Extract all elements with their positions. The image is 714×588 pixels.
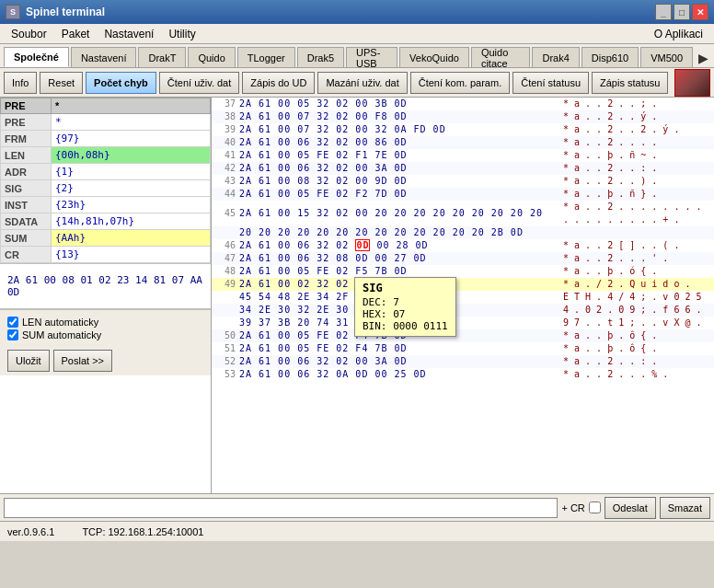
btn-reset[interactable]: Reset — [40, 72, 83, 94]
tab-drak5[interactable]: Drak5 — [297, 47, 344, 67]
tab-nav-right[interactable]: ▶ — [697, 49, 710, 67]
field-label-1: FRM — [1, 131, 52, 147]
hex-row: 502A 61 00 05 FE 02 F4 7B 0D* a . . þ . … — [212, 329, 714, 342]
hex-bytes: 2A 61 00 08 32 02 00 9D 0D — [239, 175, 563, 188]
row-number: 46 — [215, 239, 236, 252]
field-label-2: LEN — [1, 147, 52, 164]
btn-zapis-statusu[interactable]: Zápis statusu — [592, 72, 668, 94]
field-value-7[interactable]: {AAh} — [52, 230, 211, 247]
menu-o-aplikaci[interactable]: O Aplikaci — [647, 26, 710, 42]
ascii-col: * a . . 2 [ ] . . ( . — [563, 239, 710, 252]
hex-bytes: 2A 61 00 06 32 0A 0D 00 25 0D — [239, 368, 563, 381]
tab-drak4[interactable]: Drak4 — [532, 47, 579, 67]
btn-poslat[interactable]: Poslat >> — [53, 350, 112, 372]
tab-vm500[interactable]: VM500 — [640, 47, 693, 67]
tooltip-hex-label: HEX: — [363, 308, 387, 320]
row-number: 39 — [215, 123, 236, 136]
btn-cteni-uziv-dat[interactable]: Čtení uživ. dat — [159, 72, 240, 94]
close-btn[interactable]: ✕ — [692, 4, 708, 20]
tooltip-dec-label: DEC: — [363, 296, 387, 308]
tab-disp610[interactable]: Disp610 — [582, 47, 639, 67]
ascii-col: * a . / 2 . Q u i d o . — [563, 278, 710, 291]
row-number: 40 — [215, 136, 236, 149]
btn-zapis-ud[interactable]: Zápis do UD — [242, 72, 315, 94]
tab-quido-citace[interactable]: Quido citace — [471, 47, 531, 67]
btn-odeslat[interactable]: Odeslat — [605, 497, 656, 519]
row-number: 47 — [215, 252, 236, 265]
maximize-btn[interactable]: □ — [674, 4, 690, 20]
btn-cteni-kom-param[interactable]: Čtení kom. param. — [410, 72, 510, 94]
menu-soubor[interactable]: Soubor — [4, 26, 54, 42]
hex-row: 482A 61 00 05 FE 02 F5 7B 0D* a . . þ . … — [212, 265, 714, 278]
ascii-col: * a . . 2 . . : . — [563, 162, 710, 175]
menu-nastaveni[interactable]: Nastavení — [97, 26, 161, 42]
connection-label: TCP: 192.168.1.254:10001 — [82, 526, 203, 537]
ascii-col: * a . . þ . ñ } . — [563, 188, 710, 201]
btn-cteni-statusu[interactable]: Čtení statusu — [512, 72, 589, 94]
checkbox-len[interactable] — [7, 317, 18, 328]
field-value-0[interactable]: * — [52, 114, 211, 131]
btn-info[interactable]: Info — [4, 72, 37, 94]
checkbox-sum[interactable] — [7, 329, 18, 340]
field-label-5: INST — [1, 197, 52, 213]
app-icon: S — [6, 5, 20, 19]
btn-pocet-chyb[interactable]: Počet chyb — [86, 72, 156, 94]
row-number: 52 — [215, 355, 236, 368]
tab-drakt[interactable]: DrakT — [138, 47, 186, 67]
row-number: 38 — [215, 110, 236, 123]
cr-checkbox[interactable] — [589, 502, 601, 513]
btn-mazani-uziv-dat[interactable]: Mazání uživ. dat — [317, 72, 407, 94]
tab-ups-usb[interactable]: UPS-USB — [346, 47, 397, 67]
field-value-6[interactable]: {14h,81h,07h} — [52, 213, 211, 230]
hex-row: 412A 61 00 05 FE 02 F1 7E 0D* a . . þ . … — [212, 149, 714, 162]
field-value-2[interactable]: {00h,08h} — [52, 147, 211, 164]
field-value-8[interactable]: {13} — [52, 247, 211, 263]
menu-utility[interactable]: Utility — [161, 26, 202, 42]
hex-bytes: 2A 61 00 06 32 02 0D 00 28 0D — [239, 239, 563, 252]
input-bar: + CR Odeslat Smazat — [0, 493, 714, 521]
minimize-btn[interactable]: _ — [655, 4, 672, 20]
tab-tlogger[interactable]: TLogger — [237, 47, 295, 67]
tab-quido[interactable]: Quido — [188, 47, 235, 67]
hex-row: 34 2E 30 32 2E 30 39 3B4 . 0 2 . 0 9 ; .… — [212, 304, 714, 317]
ascii-col: 9 7 . . t 1 ; . . v X @ . — [563, 317, 710, 329]
hex-row: 402A 61 00 06 32 02 00 86 0D* a . . 2 . … — [212, 136, 714, 149]
hex-bytes: 2A 61 00 05 FE 02 F1 7E 0D — [239, 149, 563, 162]
tab-nastaveni[interactable]: Nastavení — [71, 47, 137, 67]
row-number: 53 — [215, 368, 236, 381]
hex-bytes: 2A 61 00 06 32 02 00 3A 0D — [239, 355, 563, 368]
bottom-hex-display: 2A 61 00 08 01 02 23 14 81 07 AA 0D — [0, 263, 211, 309]
hex-row: 512A 61 00 05 FE 02 F4 7B 0D* a . . þ . … — [212, 342, 714, 355]
tab-vekoquido[interactable]: VekoQuido — [399, 47, 469, 67]
version-label: ver.0.9.6.1 — [7, 526, 54, 537]
ascii-col: * a . . 2 . . : . — [563, 355, 710, 368]
hex-row: 522A 61 00 06 32 02 00 3A 0D* a . . 2 . … — [212, 355, 714, 368]
field-value-4[interactable]: {2} — [52, 180, 211, 197]
hex-bytes: 2A 61 00 07 32 02 00 F8 0D — [239, 110, 563, 123]
hex-bytes: 2A 61 00 05 32 02 00 3B 0D — [239, 98, 563, 110]
field-value-5[interactable]: {23h} — [52, 197, 211, 213]
menu-paket[interactable]: Paket — [54, 26, 98, 42]
field-value-3[interactable]: {1} — [52, 164, 211, 180]
hex-row: 392A 61 00 07 32 02 00 32 0A FD 0D* a . … — [212, 123, 714, 136]
left-panel: PRE * PRE*FRM{97}LEN{00h,08h}ADR{1}SIG{2… — [0, 98, 212, 493]
title-bar: S Spinel terminal _ □ ✕ — [0, 0, 714, 24]
checkbox-len-row: LEN automaticky — [7, 317, 203, 328]
ascii-col: * a . . 2 . . 2 . ý . — [563, 123, 710, 136]
field-value-1[interactable]: {97} — [52, 131, 211, 147]
send-input[interactable] — [4, 498, 558, 518]
hex-row: 20 20 20 20 20 20 20 20 20 20 20 20 20 2… — [212, 226, 714, 239]
menu-bar: Soubor Paket Nastavení Utility O Aplikac… — [0, 24, 714, 44]
checkbox-sum-label: SUM automaticky — [22, 329, 101, 340]
btn-smazat[interactable]: Smazat — [660, 497, 710, 519]
hex-row: 462A 61 00 06 32 02 0D 00 28 0D* a . . 2… — [212, 239, 714, 252]
hex-view-panel[interactable]: 372A 61 00 05 32 02 00 3B 0D* a . . 2 . … — [212, 98, 714, 493]
btn-ulozit[interactable]: Uložit — [7, 350, 50, 372]
col-header-value: * — [52, 98, 211, 114]
plus-cr-label: + CR — [561, 502, 584, 513]
tab-spolecne[interactable]: Společné — [4, 47, 69, 67]
ascii-col: * a . . 2 . . ) . — [563, 175, 710, 188]
field-label-7: SUM — [1, 230, 52, 247]
hex-row: 422A 61 00 06 32 02 00 3A 0D* a . . 2 . … — [212, 162, 714, 175]
hex-row: 492A 61 00 02 32 02 00 20* a . / 2 . Q u… — [212, 278, 714, 291]
